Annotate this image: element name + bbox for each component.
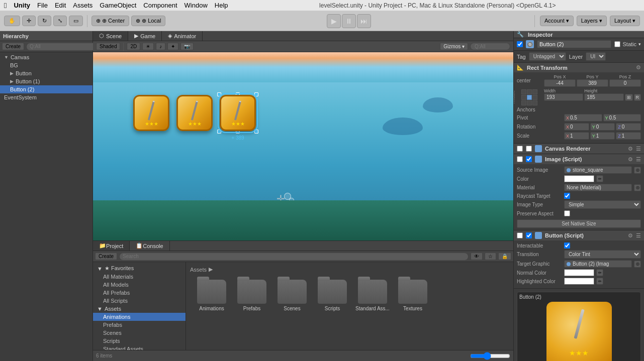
pivot-x[interactable]: X0.5 [564,114,602,122]
folder-animations[interactable]: Animations [194,280,229,311]
rotate-tool[interactable]: ↻ [38,16,51,26]
audio-btn[interactable]: ♪ [156,43,165,50]
move-tool[interactable]: ✛ [22,16,36,26]
all-prefabs[interactable]: All Prefabs [93,289,186,297]
static-checkbox[interactable] [614,41,620,47]
all-scripts[interactable]: All Scripts [93,297,186,305]
button-script-enable[interactable] [526,232,532,238]
normal-color-swatch[interactable] [564,269,594,276]
h-button2[interactable]: Button (2) [0,85,93,93]
sidebar-scenes[interactable]: Scenes [93,329,186,337]
h-bg[interactable]: BG [0,61,93,69]
account-dropdown[interactable]: Account ▾ [540,16,574,26]
center-btn[interactable]: ⊕ ⊕ Center [91,16,129,26]
level-btn-1[interactable]: ★★★ [133,95,169,131]
scale-x[interactable]: X1 [564,132,589,140]
posz-field[interactable] [609,79,641,87]
rect-transform-settings[interactable]: ⚙ [636,64,641,71]
scene-tab[interactable]: ⬡ Scene [93,31,128,41]
source-image-pick[interactable]: ◎ [634,167,641,174]
gameobject-menu[interactable]: GameObject [100,2,136,9]
highlighted-color-pick[interactable]: ✏ [596,278,603,285]
scene-camera-btn[interactable]: 📷 [180,43,194,50]
assets-star-btn[interactable]: ☆ [485,253,496,260]
hierarchy-create-btn[interactable]: Create [2,43,24,50]
component-menu[interactable]: Component [143,2,177,9]
size-slider[interactable] [470,352,510,360]
posy-field[interactable] [577,79,608,87]
console-tab[interactable]: 📋 Console [130,241,169,251]
image-type-select[interactable]: Simple [564,200,641,209]
file-menu[interactable]: File [37,2,48,9]
reset-btn[interactable]: R [634,94,641,101]
interactable-checkbox[interactable] [564,243,570,249]
color-swatch[interactable] [564,175,594,182]
image-menu[interactable]: ☰ [636,156,641,163]
help-menu[interactable]: Help [215,2,228,9]
rect-transform-header[interactable]: 📐 Rect Transform ⚙ [514,63,644,72]
rect-tool[interactable]: ▭ [69,16,83,26]
anchor-grid[interactable] [521,89,537,105]
wh-icon-btn[interactable]: ⊞ [625,94,633,101]
h-button[interactable]: ▶ Button [0,69,93,77]
h-button1[interactable]: ▶ Button (1) [0,77,93,85]
folder-scripts[interactable]: Scripts [315,280,350,311]
raycast-checkbox[interactable] [564,193,570,199]
button-script-header[interactable]: Button (Script) ⚙ ☰ [514,230,644,240]
folder-standard-assets[interactable]: Standard Ass... [355,280,390,311]
canvas-renderer-toggle[interactable] [517,146,523,152]
hierarchy-search[interactable] [26,43,97,51]
animator-tab[interactable]: ◈ Animator [162,31,203,41]
color-pick[interactable]: ✏ [596,175,603,182]
assets-tree-header[interactable]: ▼ Assets [93,305,186,313]
window-menu[interactable]: Window [185,2,208,9]
rot-x[interactable]: X0 [564,123,589,131]
assets-menu[interactable]: Assets [73,2,93,9]
h-canvas[interactable]: ▼ Canvas [0,53,93,61]
scene-view[interactable]: ★★★ ★★★ [93,52,513,240]
pause-button[interactable]: ⏸ [342,14,356,28]
canvas-renderer-enable[interactable] [526,146,532,152]
sidebar-animations[interactable]: Animations [93,313,186,321]
folder-prefabs[interactable]: Prefabs [234,280,269,311]
image-script-header[interactable]: Image (Script) ⚙ ☰ [514,154,644,164]
obj-active-checkbox[interactable] [517,41,523,47]
transition-select[interactable]: Color Tint [564,250,641,259]
assets-eye-btn[interactable]: 👁 [471,253,483,260]
assets-create-btn[interactable]: Create [95,253,117,260]
posx-field[interactable] [544,79,576,87]
folder-textures[interactable]: Textures [395,280,430,311]
step-button[interactable]: ⏭ [357,14,371,28]
material-pick[interactable]: ◎ [634,184,641,191]
canvas-renderer-menu[interactable]: ☰ [636,146,641,152]
assets-search[interactable] [119,253,469,261]
button-script-settings[interactable]: ⚙ [628,232,633,239]
scale-y[interactable]: Y1 [590,132,615,140]
target-graphic-ref[interactable]: Button (2) (Imag [564,260,632,268]
canvas-renderer-header[interactable]: Canvas Renderer ⚙ ☰ [514,144,644,154]
layer-select[interactable]: UI [586,52,606,61]
normal-color-pick[interactable]: ✏ [596,269,603,276]
all-materials[interactable]: All Materials [93,273,186,281]
width-field[interactable] [544,93,583,101]
gizmos-btn[interactable]: Gizmos ▾ [440,43,468,50]
favorites-header[interactable]: ▼ ★ Favorites [93,264,186,273]
play-button[interactable]: ▶ [327,14,341,28]
h-eventsystem[interactable]: EventSystem [0,93,93,101]
obj-name-field[interactable] [537,40,611,48]
project-tab[interactable]: 📁 Project [93,241,130,251]
unity-menu[interactable]: Unity [14,2,30,9]
scale-z[interactable]: Z1 [616,132,641,140]
image-toggle[interactable] [517,156,523,162]
light-btn[interactable]: ☀ [142,43,154,50]
material-ref[interactable]: None (Material) [564,184,632,191]
level-btn-3[interactable]: ★★★ [220,95,256,131]
static-dropdown-arrow[interactable]: ▾ [638,42,641,47]
scale-tool[interactable]: ⤡ [53,16,67,26]
2d-btn[interactable]: 2D [127,43,140,50]
rot-z[interactable]: Z0 [616,123,641,131]
canvas-renderer-settings[interactable]: ⚙ [628,146,633,152]
edit-menu[interactable]: Edit [55,2,66,9]
rot-y[interactable]: Y0 [590,123,615,131]
assets-lock-btn[interactable]: 🔒 [498,253,511,260]
